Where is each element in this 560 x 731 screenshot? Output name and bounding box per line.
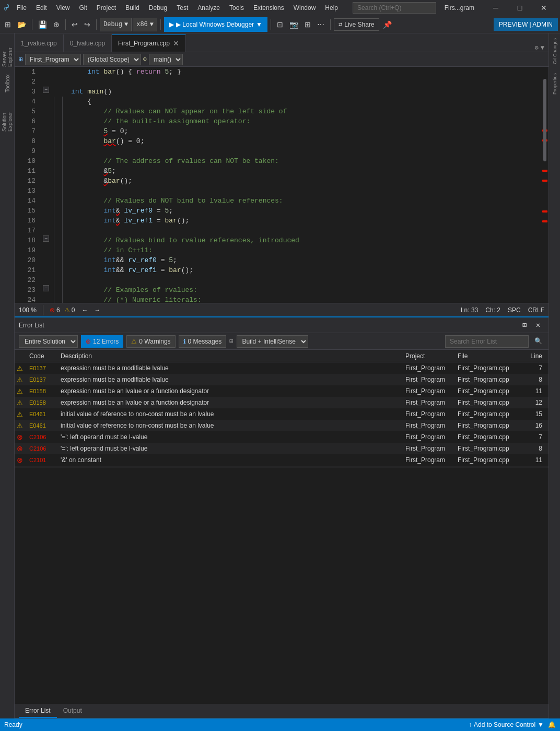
error-table[interactable]: Code Description Project File Line ⚠ E01… (15, 350, 549, 468)
toolbar-btn-1[interactable]: ⊡ (274, 17, 286, 32)
error-row-6[interactable]: ⚠ E0461 initial value of reference to no… (15, 420, 549, 431)
col-header-line[interactable]: Line (520, 352, 546, 360)
error-search-icon[interactable]: 🔍 (532, 335, 544, 348)
save-btn[interactable]: 💾 (36, 17, 50, 32)
cursor-position: Ln: 33 (461, 306, 478, 314)
scope-member-select[interactable]: (Global Scope) (83, 54, 141, 65)
error-row-2[interactable]: ⚠ E0137 expression must be a modifiable … (15, 374, 549, 385)
scope-function-select[interactable]: main() (149, 54, 183, 65)
live-share-btn[interactable]: ⇄ Live Share (334, 18, 379, 31)
error-row-8[interactable]: ⊗ C2106 '=': left operand must be l-valu… (15, 443, 549, 454)
toolbar-btn-3[interactable]: ⊞ (302, 17, 313, 32)
menu-test[interactable]: Test (172, 2, 192, 14)
panel-tab-output[interactable]: Output (57, 704, 88, 718)
ln-19: 19 (17, 245, 36, 255)
save-all-btn[interactable]: ⊕ (51, 17, 62, 32)
preview-admin-btn[interactable]: PREVIEW | ADMIN (494, 18, 558, 31)
debug-mode-dropdown[interactable]: Debug ▼ (100, 18, 132, 31)
open-btn[interactable]: 📂 (15, 17, 29, 32)
row6-file: First_Program.cpp (458, 422, 520, 429)
bar-sep1 (43, 305, 43, 315)
encoding-label: SPC (508, 306, 521, 314)
status-ready-label: Ready (4, 721, 22, 728)
scope-project-select[interactable]: First_Program (25, 54, 81, 65)
col-header-project[interactable]: Project (405, 352, 458, 360)
sidebar-item-solution-explorer[interactable]: Solution Explorer (1, 100, 14, 132)
menu-view[interactable]: View (52, 2, 74, 14)
maximize-button[interactable]: □ (508, 0, 532, 16)
source-control-btn[interactable]: ↑ Add to Source Control ▼ (469, 721, 544, 728)
code-line-1: int bar() { return 5; } (71, 67, 539, 77)
nav-back-btn[interactable]: ← (79, 304, 90, 316)
tab-0lvalue[interactable]: 0_lvalue.cpp (64, 34, 112, 52)
v-scrollbar-thumb[interactable] (543, 79, 546, 161)
ln-18: 18 (17, 235, 36, 245)
filter-message-icon: ℹ (183, 338, 186, 345)
tab-first-program[interactable]: First_Program.cpp ✕ (112, 34, 186, 52)
error-count-badge[interactable]: ⊗ 6 (50, 306, 60, 314)
menu-help[interactable]: Help (321, 2, 342, 14)
notification-bell-icon[interactable]: 🔔 (548, 721, 556, 728)
indent-line-2 (62, 97, 63, 303)
col-header-code[interactable]: Code (29, 352, 61, 360)
col-header-desc[interactable]: Description (61, 352, 405, 360)
menu-tools[interactable]: Tools (225, 2, 248, 14)
redo-btn[interactable]: ↪ (81, 17, 93, 32)
sidebar-item-server-explorer[interactable]: Server Explorer (1, 36, 14, 67)
error-row-7[interactable]: ⊗ C2106 '=': left operand must be l-valu… (15, 431, 549, 443)
sidebar-item-toolbox[interactable]: Toolbox (1, 68, 14, 99)
menu-extensions[interactable]: Extensions (249, 2, 288, 14)
start-debugger-btn[interactable]: ▶ ▶ Local Windows Debugger ▼ (164, 17, 267, 32)
row2-file: First_Program.cpp (458, 376, 520, 383)
error-filter-scope[interactable]: Entire Solution (19, 335, 78, 348)
error-search-input[interactable] (445, 335, 529, 348)
ln-21: 21 (17, 265, 36, 275)
menu-debug[interactable]: Debug (145, 2, 171, 14)
row6-type-icon: ⚠ (17, 422, 29, 430)
minimize-button[interactable]: ─ (484, 0, 508, 16)
error-filter-warnings-btn[interactable]: ⚠ 0 Warnings (126, 335, 175, 348)
tab-bar-settings-icon[interactable]: ⚙ (535, 44, 539, 52)
panel-tab-error-list[interactable]: Error List (19, 704, 57, 718)
error-build-filter[interactable]: Build + IntelliSense (237, 335, 308, 348)
platform-dropdown[interactable]: x86 ▼ (133, 18, 157, 31)
menu-file[interactable]: File (13, 2, 31, 14)
nav-forward-btn[interactable]: → (91, 304, 103, 316)
menu-git[interactable]: Git (75, 2, 91, 14)
close-button[interactable]: ✕ (532, 0, 556, 16)
error-row-1[interactable]: ⚠ E0137 expression must be a modifiable … (15, 362, 549, 374)
debugger-label: ▶ Local Windows Debugger (176, 21, 254, 28)
fold-18[interactable]: − (43, 235, 49, 242)
fold-23[interactable]: − (43, 285, 49, 291)
menu-analyze[interactable]: Analyze (193, 2, 224, 14)
menu-build[interactable]: Build (121, 2, 144, 14)
menu-window[interactable]: Window (289, 2, 320, 14)
error-filter-errors-btn[interactable]: ⊗ 12 Errors (81, 335, 123, 348)
error-row-3[interactable]: ⚠ E0158 expression must be an lvalue or … (15, 385, 549, 397)
error-row-4[interactable]: ⚠ E0158 expression must be an lvalue or … (15, 397, 549, 408)
menu-project[interactable]: Project (92, 2, 120, 14)
row1-line: 7 (520, 364, 546, 372)
menu-edit[interactable]: Edit (32, 2, 51, 14)
tab-1rvalue[interactable]: 1_rvalue.cpp (15, 34, 64, 52)
title-search-input[interactable] (353, 2, 436, 14)
undo-btn[interactable]: ↩ (69, 17, 80, 32)
error-row-5[interactable]: ⚠ E0461 initial value of reference to no… (15, 408, 549, 420)
toolbar-btn-4[interactable]: ⋯ (314, 17, 327, 32)
window-title: Firs...gram (445, 4, 474, 11)
error-filter-messages-btn[interactable]: ℹ 0 Messages (179, 335, 227, 348)
pin-btn[interactable]: 📌 (380, 17, 394, 32)
toolbar-btn-2[interactable]: 📷 (287, 17, 301, 32)
tab-first-program-close[interactable]: ✕ (173, 39, 179, 48)
error-panel-close-btn[interactable]: ✕ (532, 319, 544, 332)
tab-bar-more-icon[interactable]: ▼ (541, 44, 544, 52)
error-panel-pin-btn[interactable]: ⊞ (518, 319, 531, 332)
col-header-file[interactable]: File (458, 352, 520, 360)
warning-count-badge[interactable]: ⚠ 0 (64, 306, 75, 314)
error-row-9[interactable]: ⊗ C2101 '&' on constant First_Program Fi… (15, 454, 549, 466)
fold-3[interactable]: − (43, 87, 49, 93)
right-sidebar-git-changes[interactable]: Git Changes (550, 36, 559, 67)
code-content[interactable]: int bar() { return 5; } int main() { // … (67, 67, 539, 303)
right-sidebar-properties[interactable]: Properties (550, 68, 559, 99)
new-project-btn[interactable]: ⊞ (2, 17, 14, 32)
